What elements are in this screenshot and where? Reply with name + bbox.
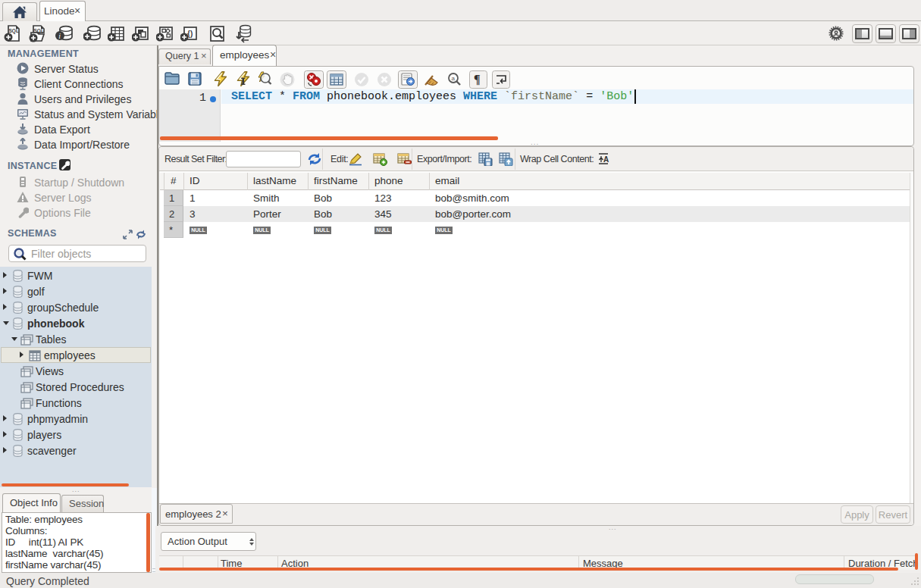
svg-text:SQL: SQL: [9, 28, 19, 34]
svg-text:A: A: [603, 155, 609, 164]
svg-text:SQL: SQL: [34, 28, 44, 34]
svg-text:a: a: [452, 75, 456, 82]
svg-text:i: i: [58, 32, 61, 40]
svg-text:¶: ¶: [474, 73, 481, 86]
